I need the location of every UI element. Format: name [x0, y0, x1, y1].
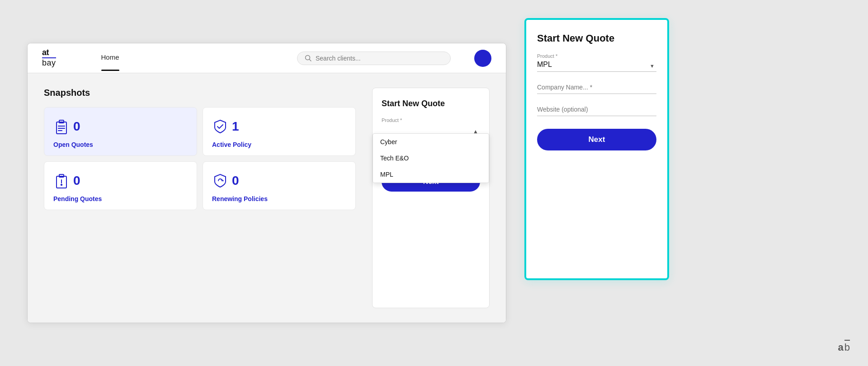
right-product-select-wrapper[interactable]: MPL Cyber Tech E&O ▼ [537, 61, 656, 72]
active-policy-count: 1 [232, 119, 239, 134]
pending-quotes-icon-row: 0 [53, 173, 188, 189]
active-policy-icon-row: 1 [212, 118, 346, 135]
shield-icon [212, 118, 228, 135]
right-next-button[interactable]: Next [537, 129, 656, 150]
bottom-brand: a b [838, 340, 850, 353]
nav-bar: at bay Home [28, 43, 506, 73]
pending-quotes-count: 0 [73, 174, 80, 188]
quote-product-label: Product * [382, 117, 480, 123]
brand-a: a [838, 342, 844, 353]
nav-links: Home [101, 53, 119, 63]
nav-home[interactable]: Home [101, 53, 119, 63]
website-input[interactable] [537, 103, 656, 116]
company-name-field [537, 81, 656, 94]
renewing-policies-label: Renewing Policies [212, 195, 346, 202]
product-dropdown[interactable]: Cyber Tech E&O MPL [373, 133, 489, 183]
right-product-select[interactable]: MPL Cyber Tech E&O [537, 61, 656, 68]
snapshots-title: Snapshots [44, 88, 356, 98]
dropdown-item-cyber[interactable]: Cyber [373, 134, 489, 150]
search-input[interactable] [316, 55, 443, 62]
open-quotes-count: 0 [73, 119, 80, 134]
renewing-policies-icon-row: 0 [212, 173, 346, 189]
quote-panel: Start New Quote Product * Cyber Tech E&O… [372, 88, 490, 308]
website-field [537, 103, 656, 116]
clipboard-warning-icon [53, 173, 70, 189]
svg-line-1 [310, 59, 311, 61]
logo-at: at [42, 48, 56, 57]
right-panel: Start New Quote Product * MPL Cyber Tech… [524, 18, 669, 280]
open-quotes-label: Open Quotes [53, 141, 188, 148]
snapshots-section: Snapshots 0 Open Quotes [44, 88, 356, 308]
pending-quotes-label: Pending Quotes [53, 195, 188, 202]
company-name-input[interactable] [537, 81, 656, 94]
logo: at bay [42, 48, 56, 68]
right-product-label: Product * [537, 53, 656, 59]
renewing-policies-count: 0 [232, 174, 239, 188]
dropdown-item-mpl[interactable]: MPL [373, 166, 489, 183]
snapshot-card-renewing-policies[interactable]: 0 Renewing Policies [203, 161, 356, 210]
svg-point-10 [61, 184, 62, 185]
user-avatar[interactable] [474, 50, 491, 67]
right-panel-title: Start New Quote [537, 33, 656, 44]
clipboard-icon [53, 118, 70, 135]
search-bar[interactable] [297, 52, 451, 65]
snapshot-card-active-policy[interactable]: 1 Active Policy [203, 107, 356, 156]
open-quotes-icon-row: 0 [53, 118, 188, 135]
active-policy-label: Active Policy [212, 141, 346, 148]
snapshot-card-open-quotes[interactable]: 0 Open Quotes [44, 107, 197, 156]
snapshot-card-pending-quotes[interactable]: 0 Pending Quotes [44, 161, 197, 210]
main-content: Snapshots 0 Open Quotes [28, 73, 506, 323]
browser-window: at bay Home Snapshots [27, 43, 506, 323]
snapshot-grid: 0 Open Quotes 1 Active Policy [44, 107, 356, 210]
shield-refresh-icon [212, 173, 228, 189]
search-icon [305, 55, 312, 62]
product-field: Product * MPL Cyber Tech E&O ▼ [537, 53, 656, 72]
dropdown-item-techeo[interactable]: Tech E&O [373, 150, 489, 166]
quote-panel-title: Start New Quote [382, 99, 480, 108]
logo-bay: bay [42, 57, 56, 68]
brand-b: b [844, 340, 850, 353]
